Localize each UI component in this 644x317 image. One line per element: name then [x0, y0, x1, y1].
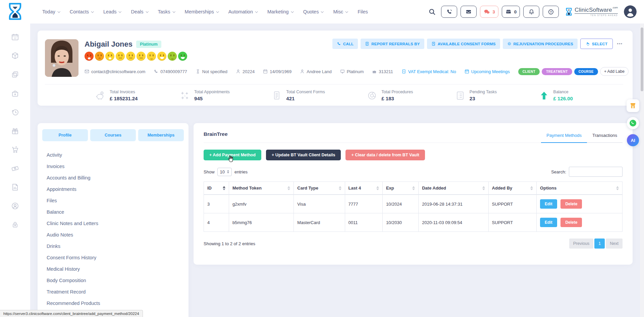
delete-button[interactable]: Delete [560, 218, 582, 227]
whatsapp-widget-button[interactable] [627, 117, 639, 129]
header-added-by[interactable]: Added By [488, 182, 537, 195]
nav-files[interactable]: Files [358, 9, 368, 14]
emoji-rating-5[interactable] [126, 52, 135, 61]
more-actions-button[interactable]: ••• [615, 40, 624, 48]
phone-dialer-button[interactable] [441, 6, 457, 18]
chat-messages-button[interactable]: 3 [480, 6, 498, 18]
edit-button[interactable]: Edit [540, 199, 557, 209]
sidebar-item-audio-notes[interactable]: Audio Notes [47, 229, 184, 241]
lock-icon[interactable] [11, 221, 19, 229]
tab-courses[interactable]: Courses [90, 129, 136, 141]
sort-icon [616, 186, 619, 190]
vat-exempt-link[interactable]: VAT Exempt Medical: No [401, 69, 456, 74]
emoji-rating-4[interactable] [116, 52, 125, 61]
page-1-button[interactable]: 1 [594, 239, 605, 249]
upcoming-meetings-link[interactable]: Upcoming Meetings [465, 69, 510, 74]
table-search-input[interactable] [569, 167, 623, 177]
shop-widget-button[interactable] [627, 99, 639, 112]
clear-bt-vault-button[interactable]: + Clear data / delete from BT Vault [345, 150, 425, 160]
calendar-icon [263, 69, 268, 74]
calendar-12-icon[interactable]: 12 [11, 33, 19, 41]
sidebar-item-drinks[interactable]: Drinks [47, 241, 184, 252]
account-icon[interactable] [11, 202, 19, 210]
header-method-token[interactable]: Method Token [229, 182, 293, 195]
nav-tasks[interactable]: Tasks [158, 9, 175, 14]
help-button[interactable]: ? [543, 6, 559, 18]
header-card-type[interactable]: Card Type [294, 182, 345, 195]
header-last-4[interactable]: Last 4 [345, 182, 382, 195]
emoji-rating-7[interactable] [147, 52, 156, 61]
braintree-panel: BrainTree Payment Methods Transactions +… [194, 123, 633, 265]
delete-button[interactable]: Delete [560, 199, 582, 209]
page-scrollbar[interactable] [640, 23, 644, 317]
sidebar-item-accounts-and-billing[interactable]: Accounts and Billing [47, 172, 184, 183]
history-icon[interactable] [11, 108, 19, 116]
nav-contacts[interactable]: Contacts [70, 9, 93, 14]
update-bt-vault-button[interactable]: + Update BT Vault Client Details [266, 150, 341, 160]
page-length-select[interactable]: 10 [217, 168, 232, 176]
sidebar-item-consent-forms-history[interactable]: Consent Forms History [47, 252, 184, 263]
nav-leads[interactable]: Leads [103, 9, 121, 14]
header-exp[interactable]: Exp [382, 182, 418, 195]
sidebar-item-body-composition[interactable]: Body Composition [47, 275, 184, 286]
gift-icon[interactable] [11, 127, 19, 135]
copies-icon[interactable] [11, 70, 19, 78]
emoji-rating-10[interactable] [178, 52, 187, 61]
rejuvenation-procedures-button[interactable]: REJUVENATION PROCEDURES [503, 39, 578, 49]
header-date-added[interactable]: Date Added [419, 182, 488, 195]
cart-icon[interactable] [11, 146, 19, 154]
select-button[interactable]: SELECT [580, 39, 613, 49]
notifications-button[interactable] [523, 6, 539, 18]
inbox-button[interactable] [461, 6, 477, 18]
clinicsoftware-wordmark[interactable]: ClinicSoftware.com TEN STEPS AHEAD [566, 7, 618, 16]
sidebar-item-clinic-notes-and-letters[interactable]: Clinic Notes and Letters [47, 218, 184, 229]
emoji-rating-3[interactable] [105, 52, 114, 61]
sidebar-item-appointments[interactable]: Appointments [47, 183, 184, 195]
user-avatar[interactable] [624, 5, 637, 18]
nav-marketing[interactable]: Marketing [267, 9, 293, 14]
tab-transactions[interactable]: Transactions [587, 133, 623, 143]
nav-misc[interactable]: Misc [333, 9, 347, 14]
edit-button[interactable]: Edit [540, 218, 557, 227]
available-consent-forms-button[interactable]: AVAILABLE CONSENT FORMS [427, 39, 500, 49]
call-button[interactable]: CALL [332, 39, 358, 49]
sidebar-item-invoices[interactable]: Invoices [47, 161, 184, 172]
header-options[interactable]: Options [537, 182, 623, 195]
sidebar-item-activity[interactable]: Activity [47, 149, 184, 161]
emoji-rating-8[interactable] [157, 52, 166, 61]
scrollbar-thumb[interactable] [641, 28, 643, 91]
svg-text:12: 12 [14, 37, 16, 39]
sidebar-item-balance[interactable]: Balance [47, 206, 184, 218]
sidebar-item-recommended-products[interactable]: Recommended Products [47, 298, 184, 309]
clinicsoftware-logo[interactable] [8, 3, 22, 21]
search-icon[interactable] [428, 8, 436, 15]
header-id[interactable]: ID [204, 182, 229, 195]
sidebar-item-medical-history[interactable]: Medical History [47, 263, 184, 275]
nav-memberships[interactable]: Memberships [185, 9, 218, 14]
nav-today[interactable]: Today [42, 9, 60, 14]
report-referrals-button[interactable]: REPORT REFERRALS BY [361, 39, 424, 49]
tab-memberships[interactable]: Memberships [138, 129, 184, 141]
nav-deals[interactable]: Deals [131, 9, 148, 14]
basket-icon[interactable] [11, 89, 19, 97]
nav-automation[interactable]: Automation [228, 9, 257, 14]
previous-page-button[interactable]: Previous [569, 239, 594, 249]
nav-label: Files [358, 9, 368, 14]
tab-profile[interactable]: Profile [42, 129, 88, 141]
next-page-button[interactable]: Next [606, 239, 623, 249]
emoji-rating-6[interactable] [137, 52, 146, 61]
emoji-rating-9[interactable] [168, 52, 177, 61]
add-payment-method-button[interactable]: + Add Payment Method [204, 150, 261, 160]
ai-assistant-button[interactable]: AI [627, 134, 639, 146]
add-label-button[interactable]: + Add Labe [600, 67, 629, 76]
sidebar-item-files[interactable]: Files [47, 195, 184, 206]
pos-register-button[interactable]: 0 [502, 6, 520, 18]
emoji-rating-1[interactable] [85, 52, 94, 61]
money-tag-icon[interactable] [11, 164, 19, 172]
sidebar-item-treatment-record[interactable]: Treatment Record [47, 286, 184, 298]
chart-report-icon[interactable] [11, 183, 19, 191]
tab-payment-methods[interactable]: Payment Methods [541, 133, 587, 143]
package-icon[interactable] [11, 52, 19, 60]
nav-quotes[interactable]: Quotes [303, 9, 323, 14]
emoji-rating-2[interactable] [95, 52, 104, 61]
